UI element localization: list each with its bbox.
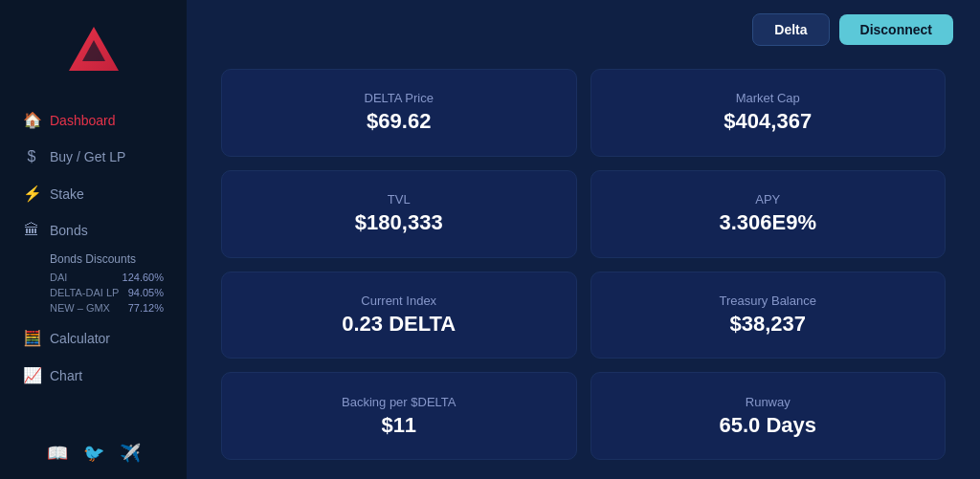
stat-card-market-cap: Market Cap $404,367	[590, 69, 947, 157]
discount-value-delta-dai: 94.05%	[128, 287, 164, 298]
sidebar-label-stake: Stake	[50, 186, 84, 202]
sidebar-item-stake[interactable]: ⚡ Stake	[0, 175, 187, 212]
stat-label-tvl: TVL	[388, 192, 411, 207]
stat-card-apy: APY 3.306E9%	[590, 170, 947, 258]
stat-label-apy: APY	[755, 192, 780, 207]
discount-name-dai: DAI	[50, 272, 67, 283]
sidebar-footer: 📖 🐦 ✈️	[0, 433, 187, 464]
dollar-icon: $	[23, 148, 40, 165]
discount-row-new-gmx: NEW – GMX 77.12%	[50, 300, 164, 316]
delta-button[interactable]: Delta	[752, 13, 829, 46]
sidebar-item-dashboard[interactable]: 🏠 Dashboard	[0, 101, 187, 139]
stat-value-runway: 65.0 Days	[719, 413, 816, 438]
telegram-icon[interactable]: ✈️	[120, 443, 141, 464]
nav-items: 🏠 Dashboard $ Buy / Get LP ⚡ Stake 🏛 Bon…	[0, 101, 187, 433]
stat-value-current-index: 0.23 DELTA	[342, 312, 456, 337]
stats-grid: DELTA Price $69.62 Market Cap $404,367 T…	[187, 59, 980, 479]
logo-icon	[65, 23, 122, 75]
book-icon[interactable]: 📖	[47, 443, 68, 464]
twitter-icon[interactable]: 🐦	[83, 443, 104, 464]
stat-value-treasury-balance: $38,237	[729, 312, 806, 337]
logo-area	[0, 0, 187, 101]
stat-card-current-index: Current Index 0.23 DELTA	[221, 272, 577, 359]
discount-value-dai: 124.60%	[122, 272, 164, 283]
sidebar-label-buy-lp: Buy / Get LP	[50, 149, 125, 164]
stat-value-tvl: $180,333	[355, 210, 443, 235]
header: Delta Disconnect	[187, 0, 980, 59]
calculator-icon: 🧮	[23, 329, 40, 347]
sidebar-item-calculator[interactable]: 🧮 Calculator	[0, 319, 187, 357]
discount-name-delta-dai: DELTA-DAI LP	[50, 287, 119, 298]
discount-value-new-gmx: 77.12%	[128, 302, 164, 314]
sidebar-label-dashboard: Dashboard	[50, 113, 116, 128]
sidebar-item-bonds[interactable]: 🏛 Bonds	[0, 212, 187, 249]
sidebar-label-calculator: Calculator	[50, 331, 110, 346]
main-content: Delta Disconnect DELTA Price $69.62 Mark…	[187, 0, 980, 479]
stat-value-apy: 3.306E9%	[719, 210, 816, 235]
sidebar-label-bonds: Bonds	[50, 223, 88, 238]
stat-label-delta-price: DELTA Price	[365, 91, 434, 105]
stat-value-backing: $11	[381, 413, 416, 438]
stat-card-tvl: TVL $180,333	[221, 170, 577, 258]
discount-row-dai: DAI 124.60%	[50, 270, 164, 285]
disconnect-button[interactable]: Disconnect	[839, 14, 953, 45]
stat-card-runway: Runway 65.0 Days	[590, 372, 947, 460]
stat-value-delta-price: $69.62	[367, 109, 431, 134]
stat-label-treasury-balance: Treasury Balance	[720, 294, 816, 308]
bonds-discounts-section: Bonds Discounts DAI 124.60% DELTA-DAI LP…	[0, 249, 187, 319]
sidebar-item-chart[interactable]: 📈 Chart	[0, 357, 187, 394]
discount-name-new-gmx: NEW – GMX	[50, 302, 110, 314]
stat-label-backing: Backing per $DELTA	[342, 395, 456, 409]
stat-card-treasury-balance: Treasury Balance $38,237	[590, 272, 947, 359]
sidebar: 🏠 Dashboard $ Buy / Get LP ⚡ Stake 🏛 Bon…	[0, 0, 187, 479]
lightning-icon: ⚡	[23, 185, 40, 203]
sidebar-label-chart: Chart	[50, 368, 82, 383]
stat-label-current-index: Current Index	[361, 294, 436, 308]
stat-value-market-cap: $404,367	[724, 109, 812, 134]
stat-card-delta-price: DELTA Price $69.62	[221, 69, 577, 157]
home-icon: 🏠	[23, 111, 40, 129]
sidebar-item-buy-lp[interactable]: $ Buy / Get LP	[0, 139, 187, 175]
bonds-discounts-label: Bonds Discounts	[50, 252, 164, 266]
chart-icon: 📈	[23, 366, 40, 384]
stat-label-runway: Runway	[746, 395, 791, 409]
bank-icon: 🏛	[23, 222, 40, 239]
discount-row-delta-dai: DELTA-DAI LP 94.05%	[50, 285, 164, 300]
stat-card-backing: Backing per $DELTA $11	[221, 372, 577, 460]
stat-label-market-cap: Market Cap	[736, 91, 800, 105]
